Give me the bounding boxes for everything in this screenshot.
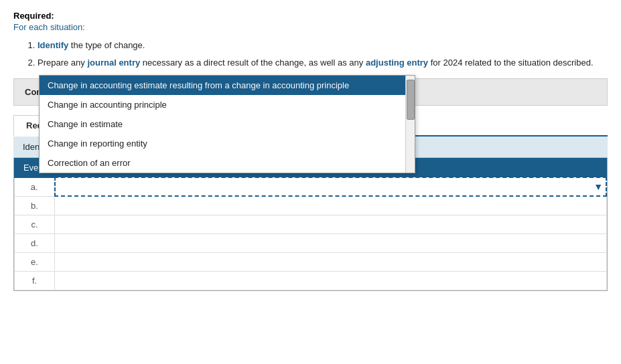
table-row: f. — [15, 271, 607, 290]
table-container: Event Type of change a. ▼ b. — [13, 158, 608, 291]
scrollbar-track[interactable] — [405, 76, 415, 173]
table-row: e. — [15, 252, 607, 271]
scrollbar-thumb[interactable] — [407, 80, 415, 120]
required-label: Required: — [13, 11, 608, 21]
dropdown-menu: Change in accounting estimate resulting … — [39, 75, 415, 173]
event-e-label: e. — [15, 252, 55, 271]
event-d-input-cell[interactable] — [55, 234, 607, 252]
event-f-input-cell[interactable] — [55, 271, 607, 290]
event-d-label: d. — [15, 234, 55, 252]
event-d-input[interactable] — [58, 237, 604, 250]
dropdown-item-4[interactable]: Correction of an error — [40, 153, 405, 173]
event-b-input[interactable] — [58, 199, 604, 212]
event-a-label: a. — [15, 177, 55, 196]
instruction-2: Prepare any journal entry necessary as a… — [38, 56, 608, 70]
for-each-label: For each situation: — [13, 22, 608, 32]
table-row: c. — [15, 215, 607, 234]
page-container: Required: For each situation: Identify t… — [0, 0, 621, 302]
event-a-input-cell[interactable]: ▼ — [55, 177, 607, 196]
event-b-input-cell[interactable] — [55, 196, 607, 215]
journal-entry-highlight: journal entry — [87, 58, 140, 68]
event-c-input[interactable] — [58, 218, 604, 231]
table-row: a. ▼ — [15, 177, 607, 196]
instruction-1-highlight: Identify — [38, 40, 68, 50]
event-e-input[interactable] — [58, 256, 604, 268]
event-f-label: f. — [15, 271, 55, 290]
dropdown-item-1[interactable]: Change in accounting principle — [40, 95, 405, 114]
dropdown-item-0[interactable]: Change in accounting estimate resulting … — [40, 76, 405, 95]
event-f-input[interactable] — [58, 274, 604, 287]
instructions: Identify the type of change. Prepare any… — [27, 39, 608, 69]
event-c-input-cell[interactable] — [55, 215, 607, 234]
dropdown-item-2[interactable]: Change in estimate — [40, 114, 405, 134]
instruction-1: Identify the type of change. — [38, 39, 608, 52]
dropdown-item-3[interactable]: Change in reporting entity — [40, 134, 405, 153]
adjusting-entry-highlight: adjusting entry — [366, 58, 428, 68]
event-a-input[interactable] — [58, 181, 604, 193]
event-table: Event Type of change a. ▼ b. — [14, 158, 607, 290]
table-row: d. — [15, 234, 607, 252]
event-c-label: c. — [15, 215, 55, 234]
dropdown-items-wrap: Change in accounting estimate resulting … — [40, 76, 415, 173]
event-b-label: b. — [15, 196, 55, 215]
event-e-input-cell[interactable] — [55, 252, 607, 271]
table-row: b. — [15, 196, 607, 215]
